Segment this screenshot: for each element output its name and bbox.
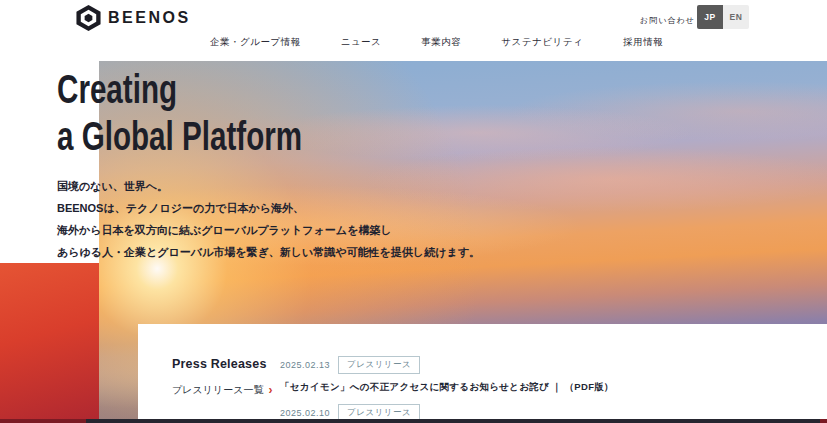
press-release-list: 2025.02.13 プレスリリース 「セカイモン」への不正アクセスに関するお知… bbox=[280, 356, 614, 423]
press-release-date: 2025.02.10 bbox=[280, 408, 330, 418]
press-release-title[interactable]: 「セカイモン」への不正アクセスに関するお知らせとお詫び ｜ （PDF版） bbox=[280, 381, 614, 394]
next-section-edge bbox=[0, 419, 827, 423]
nav-item-news[interactable]: ニュース bbox=[341, 36, 382, 49]
logo[interactable]: BEENOS bbox=[75, 4, 191, 32]
press-releases-card: Press Releases プレスリリース一覧 › 2025.02.13 プレ… bbox=[138, 324, 827, 419]
lang-jp-button[interactable]: JP bbox=[697, 5, 723, 29]
chevron-right-icon: › bbox=[268, 384, 272, 396]
hero-body-line: あらゆる人・企業とグローバル市場を繋ぎ、新しい常識や可能性を提供し続けます。 bbox=[57, 241, 480, 263]
nav-item-sustainability[interactable]: サステナビリティ bbox=[501, 36, 583, 49]
hero-body-line: 国境のない、世界へ。 bbox=[57, 175, 480, 197]
language-switch: JP EN bbox=[697, 5, 749, 29]
nav-item-recruit[interactable]: 採用情報 bbox=[623, 36, 663, 49]
hero-title-line2: a Global Platform bbox=[57, 113, 370, 160]
press-release-list-link-label: プレスリリース一覧 bbox=[172, 383, 263, 397]
hero-body-line: 海外から日本を双方向に結ぶグローバルプラットフォームを構築し bbox=[57, 219, 480, 241]
hero-title: Creating a Global Platform bbox=[57, 66, 370, 160]
contact-link[interactable]: お問い合わせ bbox=[640, 15, 695, 26]
press-release-item[interactable]: 2025.02.13 プレスリリース 「セカイモン」への不正アクセスに関するお知… bbox=[280, 356, 614, 394]
lang-en-button[interactable]: EN bbox=[723, 5, 749, 29]
hero-body-line: BEENOSは、テクノロジーの力で日本から海外、 bbox=[57, 197, 480, 219]
press-release-date: 2025.02.13 bbox=[280, 360, 330, 370]
site-header: BEENOS 企業・グループ情報 ニュース 事業内容 サステナビリティ 採用情報… bbox=[0, 0, 827, 61]
press-releases-heading: Press Releases bbox=[172, 357, 272, 371]
logo-text: BEENOS bbox=[108, 9, 191, 27]
main-nav: 企業・グループ情報 ニュース 事業内容 サステナビリティ 採用情報 bbox=[210, 36, 663, 49]
press-release-meta: 2025.02.13 プレスリリース bbox=[280, 356, 614, 374]
press-releases-header: Press Releases プレスリリース一覧 › bbox=[172, 357, 272, 397]
hero-copy: Creating a Global Platform 国境のない、世界へ。 BE… bbox=[57, 66, 480, 263]
press-release-badge: プレスリリース bbox=[338, 356, 420, 374]
hero-title-line1: Creating bbox=[57, 66, 370, 113]
press-release-list-link[interactable]: プレスリリース一覧 › bbox=[172, 383, 272, 397]
beenos-hexagon-icon bbox=[75, 4, 102, 32]
hero-body-text: 国境のない、世界へ。 BEENOSは、テクノロジーの力で日本から海外、 海外から… bbox=[57, 175, 480, 263]
nav-item-corporate[interactable]: 企業・グループ情報 bbox=[210, 36, 301, 49]
nav-item-business[interactable]: 事業内容 bbox=[421, 36, 461, 49]
red-accent-block bbox=[0, 263, 99, 419]
